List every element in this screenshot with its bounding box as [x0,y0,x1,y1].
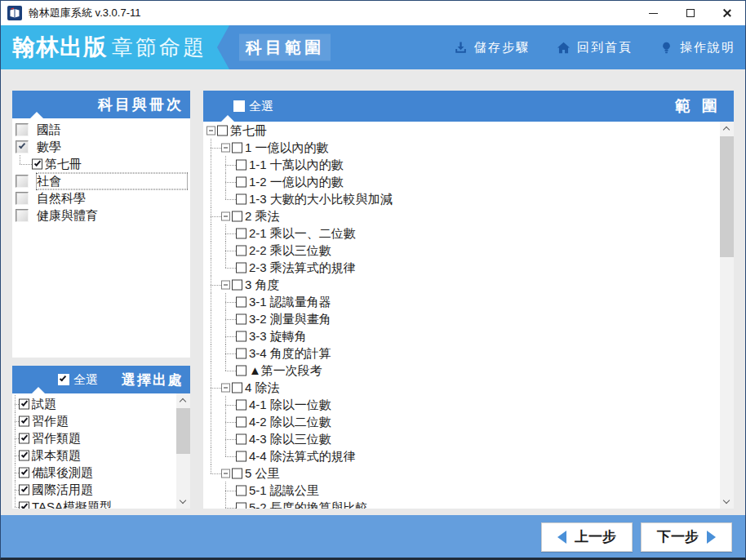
source-item-label[interactable]: 試題 [32,396,56,411]
checkbox[interactable] [19,467,29,478]
checkbox[interactable] [236,433,246,444]
checkbox[interactable] [16,123,29,136]
checkbox[interactable] [236,451,246,461]
expand-collapse-box[interactable] [206,126,215,135]
chapter-item[interactable]: 5-2 長度的換算與比較 [203,499,720,509]
source-item[interactable]: 習作題 [12,412,176,429]
subject-item-label[interactable]: 社會 [37,173,187,189]
chapter-item[interactable]: 3-3 旋轉角 [203,327,720,344]
source-item[interactable]: 習作類題 [12,429,176,447]
chapter-item-label[interactable]: 5-1 認識公里 [249,482,319,498]
sources-select-all[interactable]: 全選 [58,372,98,388]
expand-collapse-box[interactable] [221,211,230,220]
chapter-item-label[interactable]: 4-4 除法算式的規律 [249,448,356,464]
select-all-checkbox[interactable] [233,100,245,112]
chapter-item-label[interactable]: 1-3 大數的大小比較與加減 [249,191,393,207]
subject-item[interactable]: 數學 [12,138,190,155]
checkbox[interactable] [32,158,42,169]
checkbox[interactable] [236,485,246,496]
chapter-item[interactable]: 4-3 除以三位數 [203,430,720,447]
sources-scrollbar[interactable] [176,393,190,509]
chapter-item-label[interactable]: 3 角度 [245,277,280,292]
chapter-item-label[interactable]: 4-3 除以三位數 [249,431,331,447]
source-item-label[interactable]: 國際活用題 [32,482,93,497]
chapter-item[interactable]: 1-2 一億以內的數 [203,173,720,190]
expand-collapse-box[interactable] [221,280,230,289]
subject-item-label[interactable]: 國語 [37,122,61,137]
chapter-item-label[interactable]: 2-3 乘法算式的規律 [249,260,356,275]
checkbox[interactable] [236,159,246,170]
help-button[interactable]: 操作說明 [659,40,735,56]
checkbox[interactable] [232,382,242,393]
chapter-item-label[interactable]: 2 乘法 [245,208,280,224]
chapter-item-label[interactable]: 3-1 認識量角器 [249,294,331,309]
chapter-item-label[interactable]: ▲第一次段考 [249,362,322,378]
source-item[interactable]: 試題 [12,395,176,412]
scope-scrollbar[interactable] [720,122,734,509]
checkbox[interactable] [236,331,246,341]
subject-item-label[interactable]: 自然科學 [37,190,86,206]
chapter-item-label[interactable]: 3-2 測量與畫角 [249,311,331,327]
source-item-label[interactable]: 習作題 [32,413,69,429]
checkbox[interactable] [16,192,29,205]
close-button[interactable] [708,1,745,25]
source-item[interactable]: 備課後測題 [12,464,176,481]
checkbox[interactable] [19,501,29,509]
scroll-up-arrow[interactable] [176,393,190,407]
checkbox[interactable] [217,125,228,136]
previous-step-button[interactable]: 上一步 [541,522,633,552]
chapter-item[interactable]: 第七冊 [203,122,720,139]
chapter-item-label[interactable]: 5-2 長度的換算與比較 [249,500,368,509]
checkbox[interactable] [19,484,29,495]
subject-item[interactable]: 健康與體育 [12,207,190,224]
scroll-up-arrow[interactable] [720,122,734,136]
chapter-item[interactable]: ▲第一次段考 [203,362,720,379]
chapter-item-label[interactable]: 1 一億以內的數 [245,140,329,155]
checkbox[interactable] [236,348,246,358]
checkbox[interactable] [19,398,29,409]
checkbox[interactable] [236,502,246,509]
chapter-item[interactable]: 3-1 認識量角器 [203,293,720,310]
checkbox[interactable] [16,140,29,153]
chapter-item[interactable]: 2-3 乘法算式的規律 [203,259,720,276]
chapter-item[interactable]: 2-1 乘以一、二位數 [203,224,720,242]
maximize-button[interactable] [672,1,708,25]
subject-item[interactable]: 國語 [12,121,190,138]
save-steps-button[interactable]: 儲存步驟 [453,40,530,56]
checkbox[interactable] [236,296,246,307]
chapter-item[interactable]: 2 乘法 [203,207,720,224]
source-item-label[interactable]: 習作類題 [32,430,81,446]
chapter-item-label[interactable]: 4-2 除以二位數 [249,414,331,429]
chapter-item[interactable]: 3-4 角度的計算 [203,344,720,362]
checkbox[interactable] [236,245,246,256]
scope-select-all[interactable]: 全選 [233,99,273,114]
checkbox[interactable] [236,176,246,187]
source-item-label[interactable]: TASA模擬題型 [32,499,112,509]
chapter-item[interactable]: 3 角度 [203,276,720,293]
checkbox[interactable] [232,142,242,153]
subject-item-label[interactable]: 數學 [37,139,61,154]
chapter-item-label[interactable]: 5 公里 [245,465,280,481]
subject-item[interactable]: 自然科學 [12,189,190,207]
source-item[interactable]: 課本類題 [12,447,176,464]
expand-collapse-box[interactable] [221,143,230,152]
chapter-item[interactable]: 3-2 測量與畫角 [203,310,720,327]
next-step-button[interactable]: 下一步 [641,522,732,552]
chapter-item[interactable]: 4-4 除法算式的規律 [203,447,720,464]
source-item[interactable]: TASA模擬題型 [12,498,176,509]
checkbox[interactable] [236,399,246,410]
checkbox[interactable] [232,211,242,221]
chapter-item[interactable]: 1-1 十萬以內的數 [203,156,720,173]
select-all-checkbox[interactable] [58,374,69,385]
checkbox[interactable] [19,433,29,443]
chapter-item[interactable]: 4-1 除以一位數 [203,396,720,413]
checkbox[interactable] [19,416,29,426]
chapter-item[interactable]: 1-3 大數的大小比較與加減 [203,190,720,207]
source-item-label[interactable]: 備課後測題 [32,464,93,480]
scroll-down-arrow[interactable] [176,495,190,509]
chapter-item-label[interactable]: 2-2 乘以三位數 [249,242,331,258]
checkbox[interactable] [232,279,242,290]
chapter-item[interactable]: 4-2 除以二位數 [203,413,720,430]
home-button[interactable]: 回到首頁 [556,40,633,56]
minimize-button[interactable] [635,1,672,25]
